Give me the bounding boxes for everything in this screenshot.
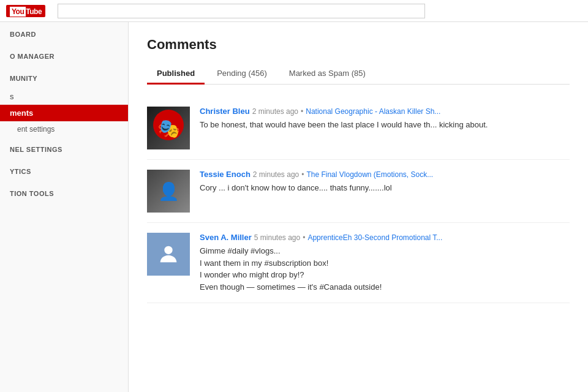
sidebar-item-comment-settings[interactable]: ent settings (0, 121, 128, 137)
comment-item: Sven A. Miller 5 minutes ago • Apprentic… (147, 223, 570, 303)
sidebar-section-title-creation: TION TOOLS (10, 190, 118, 197)
comment-text: To be honest, that would have been the l… (200, 119, 570, 131)
sidebar-section-channel: NEL SETTINGS (0, 137, 128, 159)
youtube-logo: YouTube (6, 5, 45, 17)
comment-meta: Christer Bleu 2 minutes ago • National G… (200, 107, 570, 116)
comment-video[interactable]: ApprenticeEh 30-Second Promotional T... (307, 233, 442, 242)
tab-published[interactable]: Published (147, 64, 205, 85)
comment-time: 5 minutes ago (254, 233, 300, 242)
comment-video[interactable]: The Final Vlogdown (Emotions, Sock... (306, 170, 433, 179)
comment-body: Christer Bleu 2 minutes ago • National G… (200, 107, 570, 149)
person-icon (156, 242, 181, 266)
sidebar-section-manager: O MANAGER (0, 44, 128, 66)
content-area: Comments Published Pending (456) Marked … (129, 22, 588, 392)
svg-point-0 (164, 246, 172, 254)
sidebar-section-title: BOARD (10, 31, 118, 38)
top-bar: YouTube (0, 0, 588, 22)
tab-pending[interactable]: Pending (456) (207, 64, 277, 85)
avatar (147, 233, 190, 276)
comment-item: 👤 Tessie Enoch 2 minutes ago • The Final… (147, 160, 570, 223)
comment-body: Sven A. Miller 5 minutes ago • Apprentic… (200, 233, 570, 293)
tab-spam[interactable]: Marked as Spam (85) (279, 64, 375, 85)
sidebar-section-board: BOARD (0, 22, 128, 44)
sidebar-section-analytics: YTICS (0, 159, 128, 181)
comment-dot: • (301, 107, 303, 116)
sidebar-section-title-channel: NEL SETTINGS (10, 146, 118, 153)
comment-author[interactable]: Tessie Enoch (200, 170, 251, 179)
comment-dot: • (301, 170, 304, 179)
comment-text: Cory ... i don't know how to dance.... t… (200, 182, 570, 194)
main-layout: BOARD O MANAGER MUNITY s ments ent setti… (0, 22, 588, 392)
comment-meta: Sven A. Miller 5 minutes ago • Apprentic… (200, 233, 570, 242)
sidebar-section-title-manager: O MANAGER (10, 53, 118, 60)
comment-time: 2 minutes ago (252, 107, 298, 116)
comment-time: 2 minutes ago (253, 170, 299, 179)
sidebar-section-title-community: MUNITY (10, 75, 118, 82)
comment-body: Tessie Enoch 2 minutes ago • The Final V… (200, 170, 570, 213)
comment-author[interactable]: Christer Bleu (200, 107, 250, 116)
sidebar-section-title-analytics: YTICS (10, 168, 118, 175)
avatar (147, 107, 190, 149)
avatar: 👤 (147, 170, 190, 213)
comment-author[interactable]: Sven A. Miller (200, 233, 252, 242)
comment-dot: • (303, 233, 305, 242)
search-bar[interactable] (58, 4, 570, 18)
comment-item: Christer Bleu 2 minutes ago • National G… (147, 97, 570, 160)
page-title: Comments (147, 37, 570, 53)
tabs-bar: Published Pending (456) Marked as Spam (… (147, 64, 570, 85)
sidebar-item-s[interactable]: s (0, 88, 128, 105)
sidebar-item-comments[interactable]: ments (0, 105, 128, 121)
sidebar-section-community: MUNITY (0, 66, 128, 88)
comment-meta: Tessie Enoch 2 minutes ago • The Final V… (200, 170, 570, 179)
sidebar: BOARD O MANAGER MUNITY s ments ent setti… (0, 22, 129, 392)
sidebar-section-creation: TION TOOLS (0, 181, 128, 203)
comment-text: Gimme #daily #vlogs... I want them in my… (200, 245, 570, 293)
search-input[interactable] (58, 4, 425, 18)
comment-video[interactable]: National Geographic - Alaskan Killer Sh.… (306, 107, 440, 116)
